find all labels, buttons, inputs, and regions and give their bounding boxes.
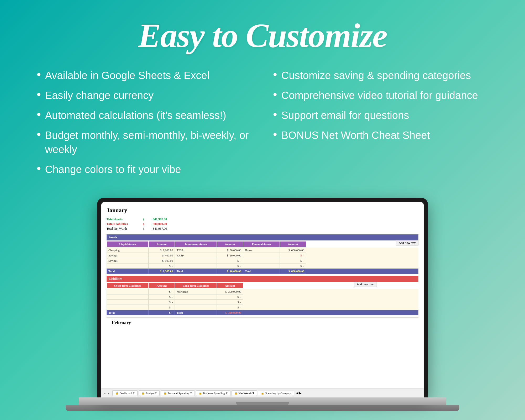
features-left: Available in Google Sheets & Excel Easil… — [37, 68, 252, 182]
col-amount2: Amount — [217, 241, 243, 247]
lock-icon-spending-cat: 🔒 — [261, 392, 264, 395]
feature-item-2: Easily change currency — [37, 88, 252, 102]
tab-personal-label: Personal Spending — [168, 392, 189, 395]
liabilities-header: Liabilities — [107, 276, 418, 282]
tab-dashboard[interactable]: 🔒 Dashboard ▾ — [112, 390, 138, 396]
assets-total-row: Total $ 1,967.00 Total $ 40,000.00 Total… — [107, 269, 418, 274]
tab-spending-cat-label: Spending by Category — [265, 392, 291, 395]
liabilities-total-row: Total $ - Total $ 300,000.00 — [107, 310, 418, 315]
assets-header: Assets — [107, 234, 418, 240]
feature-item-3: Automated calculations (it's seamless!) — [37, 108, 252, 122]
feature-item-6: Customize saving & spending categories — [273, 68, 488, 82]
lock-icon-business: 🔒 — [199, 392, 202, 395]
laptop-bottom — [66, 405, 459, 411]
total-liabilities-label: Total Liabilities — [107, 222, 141, 226]
feature-item-5: Change colors to fit your vibe — [37, 162, 252, 176]
laptop-base — [79, 397, 446, 405]
col-long-term: Long-term Liabilities — [175, 283, 217, 288]
tab-personal-spending[interactable]: 🔒 Personal Spending ▾ — [161, 390, 195, 396]
feature-item-7: Comprehensive video tutorial for guidanc… — [273, 88, 488, 102]
col-liquid: Liquid Assets — [107, 241, 149, 247]
tab-business-label: Business Spending — [203, 392, 225, 395]
tab-personal-arrow: ▾ — [190, 391, 192, 395]
liab-row-1: $ - Mortgage $ 300,000.00 — [107, 289, 418, 294]
lock-icon-dashboard: 🔒 — [115, 392, 118, 395]
spreadsheet-area: January Total Assets $ 641,967.00 Total … — [101, 202, 424, 388]
lock-icon-networth: 🔒 — [234, 392, 238, 395]
laptop-screen: January Total Assets $ 641,967.00 Total … — [97, 198, 428, 397]
tab-bar: + ≡ 🔒 Dashboard ▾ 🔒 Budget ▾ 🔒 Personal … — [101, 388, 424, 397]
add-new-row-button-liabilities[interactable]: Add new row — [354, 282, 376, 287]
liab-row-4: $ - $ - — [107, 305, 418, 310]
tab-networth-arrow: ▾ — [253, 391, 254, 395]
col-amount-lt: Amount — [217, 283, 243, 288]
add-new-row-button-assets[interactable]: Add new row — [396, 240, 418, 245]
main-title: Easy to Customize — [138, 16, 387, 55]
total-assets-label: Total Assets — [107, 217, 141, 221]
tab-dashboard-label: Dashboard — [119, 392, 132, 395]
tab-budget-arrow: ▾ — [155, 391, 157, 395]
liabilities-section: Liabilities Add new row Short-term Liabi… — [107, 276, 418, 315]
assets-section: Assets Add new row Liquid Assets Amount … — [107, 234, 418, 274]
lock-icon-budget: 🔒 — [141, 392, 145, 395]
features-right: Customize saving & spending categories C… — [273, 68, 488, 182]
total-assets-value: 641,967.00 — [153, 217, 167, 221]
tab-grid-icon[interactable]: ≡ — [108, 392, 109, 395]
tab-business-spending[interactable]: 🔒 Business Spending ▾ — [196, 390, 230, 396]
col-amount-st: Amount — [149, 283, 175, 288]
feature-item-9: BONUS Net Worth Cheat Sheet — [273, 128, 488, 142]
col-short-term: Short-term Liabilities — [107, 283, 149, 288]
month-february: February — [107, 317, 418, 328]
tab-plus[interactable]: + — [104, 392, 106, 395]
features-section: Available in Google Sheets & Excel Easil… — [21, 68, 504, 182]
col-personal: Personal Assets — [243, 241, 280, 247]
feature-item-4: Budget monthly, semi-monthly, bi-weekly,… — [37, 128, 252, 156]
total-net-worth-label: Total Net Worth — [107, 227, 141, 231]
assets-row-2: Savings $ 400.00 RRSP $ 10,000.00 $ - — [107, 253, 418, 258]
total-liabilities-value: 300,000.00 — [153, 222, 167, 226]
summary-table: Total Assets $ 641,967.00 Total Liabilit… — [107, 217, 418, 231]
tab-net-worth[interactable]: 🔒 Net Worth ▾ — [232, 390, 257, 396]
laptop: January Total Assets $ 641,967.00 Total … — [97, 198, 428, 411]
liab-row-3: $ - $ - — [107, 300, 418, 305]
screen-content: January Total Assets $ 641,967.00 Total … — [101, 202, 424, 397]
month-january: January — [107, 207, 418, 214]
liab-row-2: $ - $ - — [107, 294, 418, 300]
tab-business-arrow: ▾ — [226, 391, 228, 395]
tab-networth-label: Net Worth — [239, 392, 252, 395]
assets-col-headers: Liquid Assets Amount Investment Assets A… — [107, 241, 418, 247]
tab-nav-prev[interactable]: ◀ — [296, 391, 298, 395]
assets-row-3: Savings $ 567.00 $ - $ - — [107, 258, 418, 263]
total-net-worth-value: 341,967.00 — [153, 227, 167, 231]
tab-nav-next[interactable]: ▶ — [299, 391, 301, 395]
tab-budget[interactable]: 🔒 Budget ▾ — [139, 390, 160, 396]
col-amount1: Amount — [149, 241, 175, 247]
feature-item-8: Support email for questions — [273, 108, 488, 122]
feature-item-1: Available in Google Sheets & Excel — [37, 68, 252, 82]
tab-spending-category[interactable]: 🔒 Spending by Category — [258, 391, 294, 396]
assets-row-4: $ - $ - $ - — [107, 263, 418, 269]
col-investment: Investment Assets — [175, 241, 217, 247]
tab-budget-label: Budget — [146, 392, 154, 395]
col-amount3: Amount — [280, 241, 306, 247]
assets-row-1: Chequing $ 1,000.00 TFSA $ 30,000.00 Hou… — [107, 248, 418, 253]
lock-icon-personal: 🔒 — [164, 392, 167, 395]
tab-dashboard-arrow: ▾ — [133, 391, 135, 395]
